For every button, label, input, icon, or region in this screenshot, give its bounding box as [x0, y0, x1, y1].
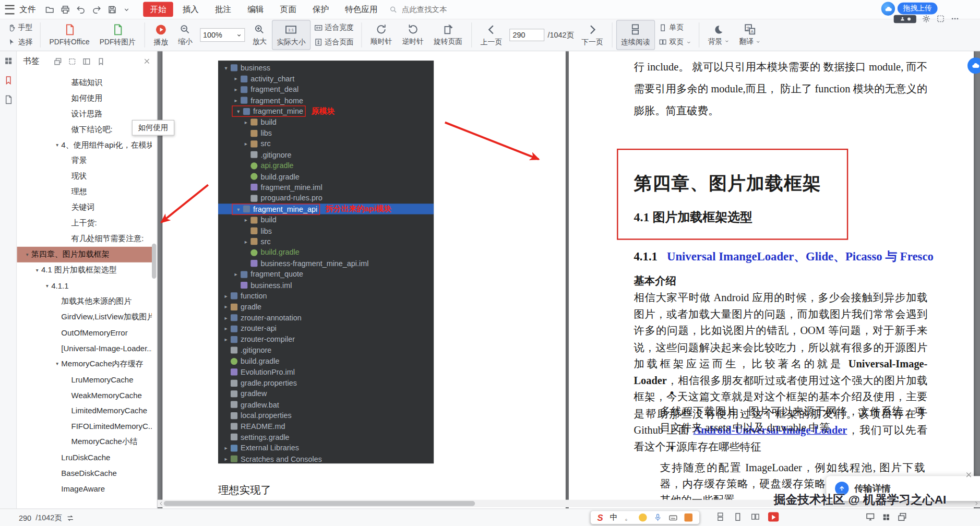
ime-logo[interactable]: S [597, 512, 603, 522]
pdf-to-office-button[interactable]: PDF转Office [44, 20, 94, 50]
tab-3-编辑[interactable]: 编辑 [241, 2, 270, 17]
bookmark-panel-icon[interactable] [4, 76, 13, 85]
monitor-icon[interactable] [866, 512, 875, 522]
bookmark-collapse-arrow-icon[interactable]: ▾ [43, 283, 52, 289]
horizontal-scrollbar-thumb[interactable] [164, 501, 475, 506]
tab-0-开始[interactable]: 开始 [143, 2, 173, 17]
bookmark-item[interactable]: 基础知识 [17, 75, 152, 91]
window-stack-icon[interactable] [898, 512, 907, 522]
bookmark-item[interactable]: MemoryCache小结 [17, 434, 152, 450]
ime-toolbox-icon[interactable] [685, 513, 693, 522]
bookmark-item[interactable]: ▾4.1.1 [17, 278, 152, 294]
ime-voice-icon[interactable] [654, 513, 662, 522]
ime-emoji-icon[interactable] [639, 513, 648, 522]
tab-4-页面[interactable]: 页面 [273, 2, 303, 17]
popup-close-icon[interactable] [965, 470, 972, 479]
bookmark-item[interactable]: LruMemoryCache [17, 372, 152, 387]
bookmark-item[interactable]: LruDiskCache [17, 450, 152, 465]
cloud-drive-logo[interactable] [881, 2, 895, 16]
locate-bookmark-icon[interactable] [97, 57, 105, 66]
thumbnail-view-icon[interactable] [715, 512, 725, 522]
bookmark-item[interactable]: ▾MemoryCache内存缓存 [17, 356, 152, 372]
bookmark-item[interactable]: 如何使用 [17, 91, 152, 106]
bookmark-collapse-arrow-icon[interactable]: ▾ [23, 252, 31, 257]
rotate-counterclockwise-button[interactable]: 逆时针 [397, 20, 428, 50]
bookmark-item[interactable]: ImageAware [17, 481, 152, 497]
collapse-all-icon[interactable] [68, 57, 77, 66]
bookmark-item[interactable]: 加载其他来源的图片 [17, 294, 152, 309]
single-page-view-icon[interactable] [733, 512, 743, 522]
ime-keyboard-icon[interactable] [669, 513, 678, 522]
bookmark-item[interactable]: FIFOLimitedMemoryC... [17, 419, 152, 434]
hand-tool-button[interactable]: 手型 [6, 22, 34, 33]
redo-icon[interactable] [92, 5, 101, 14]
bookmark-item[interactable]: 上干货: [17, 216, 152, 231]
prev-page-button[interactable]: 上一页 [475, 20, 507, 50]
expand-all-icon[interactable] [54, 57, 62, 66]
more-options-icon[interactable] [951, 15, 960, 23]
apps-grid-icon[interactable] [882, 512, 891, 521]
fit-width-button[interactable]: 适合宽度 [313, 22, 356, 33]
bookmark-item[interactable]: 背景 [17, 153, 152, 169]
pdf-to-image-button[interactable]: PDF转图片 [94, 20, 140, 50]
ime-punctuation[interactable]: 。 [625, 512, 632, 523]
print-icon[interactable] [61, 5, 70, 14]
scroll-right-arrow-icon[interactable] [973, 501, 980, 506]
open-file-icon[interactable] [45, 5, 54, 14]
bookmark-collapse-arrow-icon[interactable]: ▾ [53, 142, 62, 148]
bookmark-item[interactable]: GirdView,ListView加载图片 [17, 309, 152, 325]
background-button[interactable]: 背景 [703, 20, 734, 50]
tab-6-特色应用[interactable]: 特色应用 [338, 2, 385, 17]
swap-pages-icon[interactable] [66, 514, 75, 522]
bookmark-item[interactable]: BaseDiskCache [17, 465, 152, 481]
bookmark-item[interactable]: 关键词 [17, 200, 152, 216]
zoom-in-button[interactable]: 放大 [247, 20, 272, 50]
bookmark-collapse-arrow-icon[interactable]: ▾ [33, 267, 41, 273]
attachment-panel-icon[interactable] [4, 95, 13, 104]
save-icon[interactable] [107, 5, 117, 14]
actual-size-button[interactable]: 实际大小 [272, 20, 310, 50]
account-pill[interactable] [894, 15, 916, 23]
bookmark-item[interactable]: 现状 [17, 169, 152, 184]
settings-gear-icon[interactable] [922, 15, 931, 23]
video-helper-icon[interactable] [768, 512, 779, 522]
tab-1-插入[interactable]: 插入 [176, 2, 206, 17]
tab-2-批注[interactable]: 批注 [208, 2, 238, 17]
fit-page-button[interactable]: 适合页面 [313, 37, 356, 48]
bookmark-collapse-arrow-icon[interactable]: ▾ [53, 361, 62, 367]
tab-5-保护[interactable]: 保护 [306, 2, 336, 17]
single-page-button[interactable]: 单页 [657, 22, 693, 33]
subsection-link-title[interactable]: Universal ImangeLoader、Glide、Picasso 与 F… [667, 250, 934, 263]
close-sidebar-icon[interactable] [143, 57, 150, 65]
double-page-button[interactable]: 双页 [657, 37, 693, 48]
thumbnail-panel-icon[interactable] [4, 56, 13, 66]
zoom-out-button[interactable]: 缩小 [173, 20, 198, 50]
play-button[interactable]: 播放 [149, 20, 173, 50]
drag-upload-button[interactable]: 拖拽上传 [898, 3, 938, 15]
select-tool-button[interactable]: 选择 [6, 37, 34, 48]
transfer-float-button[interactable] [967, 57, 980, 74]
bookmark-item[interactable]: LimitedMemoryCache [17, 403, 152, 419]
main-menu-icon[interactable] [5, 5, 15, 14]
statusbar-page-number[interactable]: 290 [19, 514, 31, 523]
file-menu[interactable]: 文件 [19, 4, 35, 15]
bookmark-item[interactable]: 理想 [17, 184, 152, 200]
bookmark-item[interactable]: ▾4.1 图片加载框架选型 [17, 262, 152, 278]
rotate-clockwise-button[interactable]: 顺时针 [365, 20, 397, 50]
undo-icon[interactable] [76, 5, 86, 14]
continuous-reading-button[interactable]: 连续阅读 [616, 20, 655, 50]
translate-button[interactable]: 翻译 [734, 20, 766, 50]
bookmark-item[interactable]: ▾4、使用组件api化，在模块... [17, 137, 152, 153]
bookmark-item[interactable]: WeakMemoryCache [17, 387, 152, 403]
facing-pages-view-icon[interactable] [750, 512, 760, 522]
bookmark-item[interactable]: [Universal-Image-Loader... [17, 340, 152, 356]
search-box[interactable] [389, 4, 468, 14]
layout-select-icon[interactable] [936, 15, 945, 23]
bookmark-item[interactable]: 有几处细节需要注意: [17, 231, 152, 247]
sidebar-scrollbar-thumb[interactable] [152, 244, 156, 279]
zoom-level-combo[interactable]: 100% [200, 28, 245, 42]
next-page-button[interactable]: 下一页 [577, 20, 608, 50]
rotate-page-button[interactable]: 旋转页面 [428, 20, 467, 50]
expand-level-icon[interactable] [82, 57, 91, 66]
quick-access-caret-icon[interactable] [123, 6, 130, 13]
